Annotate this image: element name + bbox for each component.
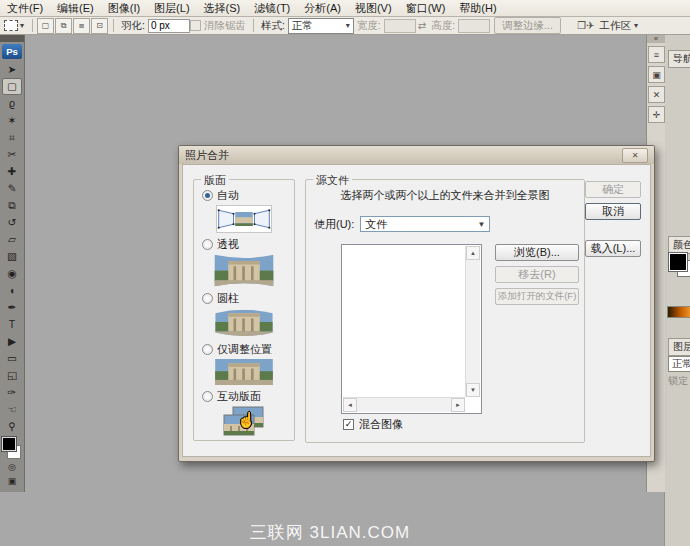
scroll-right-icon[interactable]: ► [451,398,465,412]
layout-thumbnail-interactive[interactable] [220,406,268,438]
menu-item[interactable]: 窗口(W) [399,1,453,16]
hand-tool[interactable]: ☜ [2,401,22,418]
quick-mask-button[interactable]: ◎ [4,461,20,473]
foreground-color-swatch[interactable] [2,437,16,451]
height-input[interactable] [458,19,490,33]
remove-button[interactable]: 移去(R) [495,266,579,283]
menu-item[interactable]: 帮助(H) [452,1,503,16]
ok-button[interactable]: 确定 [585,181,641,198]
radio-interactive-layout[interactable]: 互动版面 [202,389,261,404]
workspace-menu[interactable]: 工作区 ▾ [599,19,638,33]
scroll-down-icon[interactable]: ▼ [466,383,480,397]
move-tool[interactable]: ➤ [2,61,22,78]
dock-panel-icon-1[interactable]: ≡ [648,46,665,63]
tab-navigator[interactable]: 导航 [668,50,690,68]
gradient-tool[interactable]: ▧ [2,248,22,265]
dock-panel-icon-3[interactable]: ✕ [648,86,665,103]
crop-tool[interactable]: ⌗ [2,129,22,146]
screen-mode-button[interactable]: ▣ [4,475,20,487]
horizontal-scrollbar[interactable]: ◄ ► [343,397,465,412]
add-to-selection-icon[interactable]: ⧉ [55,18,72,34]
feather-input[interactable] [148,19,190,33]
color-ramp[interactable] [667,306,690,318]
path-selection-tool[interactable]: ▶ [2,333,22,350]
brush-tool[interactable]: ✎ [2,180,22,197]
menu-item[interactable]: 文件(F) [0,1,50,16]
layout-thumbnail-perspective[interactable] [210,254,278,287]
radio-auto[interactable]: 自动 [202,188,239,203]
use-select[interactable]: 文件 ▼ [360,216,490,232]
eraser-tool[interactable]: ▱ [2,231,22,248]
swap-dimensions-icon[interactable]: ⇄ [418,20,426,31]
tool-preset-picker[interactable]: ▾ [4,20,24,31]
menu-item[interactable]: 滤镜(T) [247,1,297,16]
shape-tool[interactable]: ▭ [2,350,22,367]
subtract-from-selection-icon[interactable]: ⧈ [73,18,90,34]
scroll-left-icon[interactable]: ◄ [343,398,357,412]
layout-thumbnail-auto[interactable] [212,205,276,233]
menu-item[interactable]: 编辑(E) [50,1,101,16]
type-tool[interactable]: T [2,316,22,333]
file-list[interactable]: ▲ ▼ ◄ ► [341,244,482,414]
blend-mode-select[interactable]: 正常 [668,356,690,372]
antialias-checkbox[interactable] [190,20,201,31]
eyedropper-tool[interactable]: ✑ [2,384,22,401]
menu-item[interactable]: 分析(A) [297,1,348,16]
menu-item[interactable]: 视图(V) [348,1,399,16]
3d-rotate-tool[interactable]: ◱ [2,367,22,384]
radio-circle[interactable] [202,239,213,250]
intersect-selection-icon[interactable]: ⊡ [91,18,108,34]
tool-icon: ✶ [8,115,17,126]
launch-bridge-icon[interactable]: ❒✈ [577,20,594,31]
rectangular-marquee-tool[interactable]: ▢ [2,78,22,95]
feather-label: 羽化: [121,19,145,33]
radio-cylindrical[interactable]: 圆柱 [202,291,239,306]
scroll-up-icon[interactable]: ▲ [466,246,480,260]
tool-icon: ⌗ [9,132,15,143]
tool-icon: ▭ [7,353,17,364]
blend-images-option[interactable]: 混合图像 [343,417,403,432]
menu-item[interactable]: 图像(I) [101,1,147,16]
radio-reposition-only[interactable]: 仅调整位置 [202,342,272,357]
menu-item[interactable]: 图层(L) [147,1,196,16]
load-button[interactable]: 载入(L)... [585,240,641,257]
blend-images-checkbox[interactable] [343,419,354,430]
slice-tool[interactable]: ✂ [2,146,22,163]
tab-color[interactable]: 颜色 [668,236,690,254]
zoom-tool[interactable]: ⚲ [2,418,22,435]
radio-circle[interactable] [202,293,213,304]
width-input[interactable] [384,19,416,33]
layout-thumbnail-reposition[interactable] [211,359,277,385]
style-value: 正常 [292,19,313,33]
cancel-button[interactable]: 取消 [585,203,641,220]
browse-button[interactable]: 浏览(B)... [495,244,579,261]
radio-circle[interactable] [202,391,213,402]
new-selection-icon[interactable]: ▢ [37,18,54,34]
style-select[interactable]: 正常 ▾ [288,18,354,34]
dodge-tool[interactable]: ◖ [2,282,22,299]
menu-item[interactable]: 选择(S) [197,1,248,16]
add-open-files-button[interactable]: 添加打开的文件(F) [495,288,579,305]
chevron-down-icon: ▼ [477,220,485,229]
pen-tool[interactable]: ✒ [2,299,22,316]
dialog-titlebar[interactable]: 照片合并 ✕ [179,146,654,164]
history-brush-tool[interactable]: ↺ [2,214,22,231]
panel-foreground-swatch[interactable] [669,253,687,271]
vertical-scrollbar[interactable]: ▲ ▼ [465,246,480,397]
dock-panel-icon-4[interactable]: ✛ [648,106,665,123]
collapse-dock-button[interactable]: « [647,34,665,43]
radio-perspective[interactable]: 透视 [202,237,239,252]
lasso-tool[interactable]: ϱ [2,95,22,112]
tab-layers[interactable]: 图层 [668,338,690,356]
dock-panel-icon-2[interactable]: ▣ [648,66,665,83]
radio-circle[interactable] [202,344,213,355]
close-button[interactable]: ✕ [622,148,648,163]
radio-circle[interactable] [202,190,213,201]
blur-tool[interactable]: ◉ [2,265,22,282]
quick-selection-tool[interactable]: ✶ [2,112,22,129]
clone-stamp-tool[interactable]: ⧉ [2,197,22,214]
layout-thumbnail-cylindrical[interactable] [211,308,277,338]
palette-grip[interactable] [0,34,24,42]
healing-brush-tool[interactable]: ✚ [2,163,22,180]
refine-edge-button[interactable]: 调整边缘... [494,17,561,34]
